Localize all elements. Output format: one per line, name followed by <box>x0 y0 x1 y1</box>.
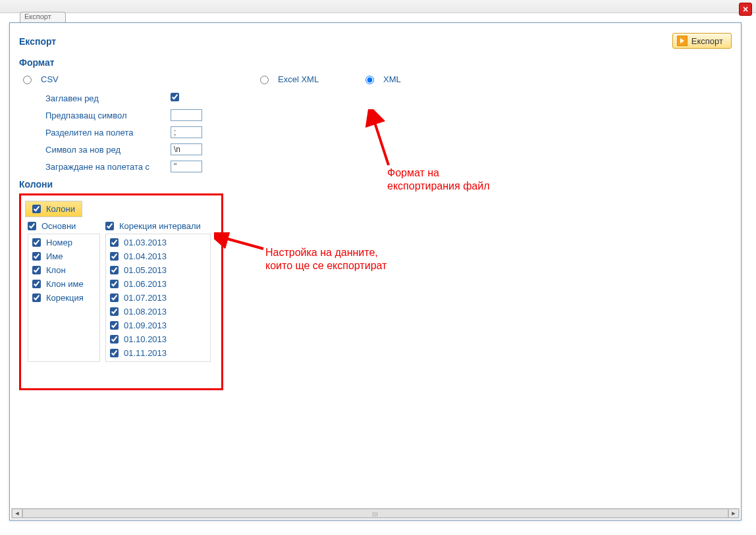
column-lists: Номер Име Клон Клон име Корекция 01.03.2… <box>28 234 215 362</box>
column-checkbox[interactable] <box>110 280 119 288</box>
group-intervals-checkbox[interactable] <box>105 222 114 230</box>
format-excel-option: Excel XML <box>256 72 362 87</box>
csv-opt-newline-input[interactable] <box>171 143 202 155</box>
column-checkbox[interactable] <box>32 280 41 288</box>
csv-opt-newline-label: Символ за нов ред <box>45 145 171 155</box>
format-section-title: Формат <box>19 57 732 68</box>
csv-opt-enclosure-input[interactable] <box>171 161 202 172</box>
column-checkbox[interactable] <box>32 266 41 274</box>
column-label: 01.10.2013 <box>124 334 167 344</box>
scroll-track[interactable]: ||| <box>22 509 728 518</box>
column-checkbox[interactable] <box>110 349 119 357</box>
svg-line-2 <box>218 236 263 249</box>
column-checkbox[interactable] <box>110 321 119 330</box>
csv-options-panel: Заглавен ред Предпазващ символ Разделите… <box>45 91 732 174</box>
list-item[interactable]: Клон <box>32 263 95 277</box>
radio-xml-label[interactable]: XML <box>383 74 401 84</box>
radio-csv-label[interactable]: CSV <box>41 74 59 84</box>
column-checkbox[interactable] <box>32 252 41 261</box>
column-checkbox[interactable] <box>110 252 119 261</box>
columns-config-box: Колони Основни Корекция интервали Номер … <box>19 193 223 390</box>
group-basic-checkbox[interactable] <box>28 222 36 230</box>
tab-columns-checkbox[interactable] <box>32 205 41 213</box>
tab-export-background[interactable]: Експорт <box>20 12 66 22</box>
radio-excel-xml-label[interactable]: Excel XML <box>278 74 319 84</box>
radio-csv[interactable] <box>23 76 32 84</box>
list-item[interactable]: 01.08.2013 <box>110 305 206 318</box>
csv-opt-newline-row: Символ за нов ред <box>45 142 732 157</box>
column-checkbox[interactable] <box>32 238 41 247</box>
list-item[interactable]: Клон име <box>32 277 95 291</box>
column-group-headers: Основни Корекция интервали <box>28 221 215 231</box>
list-item[interactable]: 01.10.2013 <box>110 332 206 346</box>
intervals-columns-list: 01.03.2013 01.04.2013 01.05.2013 01.06.2… <box>105 234 211 362</box>
scroll-right-icon[interactable]: ► <box>728 509 739 518</box>
scroll-grip-icon: ||| <box>372 511 378 517</box>
dialog-content: Експорт Експорт Формат CSV Excel XML <box>10 23 741 508</box>
tab-label: Експорт <box>24 13 51 20</box>
column-label: Клон име <box>46 279 84 289</box>
export-dialog: Експорт Експорт Формат CSV Excel XML <box>9 22 742 521</box>
column-label: Клон <box>46 265 66 275</box>
column-checkbox[interactable] <box>110 307 119 316</box>
close-icon[interactable]: × <box>739 3 752 16</box>
csv-opt-header-row: Заглавен ред <box>45 91 732 105</box>
annotation-columns-text: Настройка на данните, които ще се експор… <box>265 246 387 272</box>
column-label: 01.06.2013 <box>124 279 167 289</box>
column-label: 01.09.2013 <box>124 320 167 330</box>
list-item[interactable]: 01.11.2013 <box>110 346 206 360</box>
csv-opt-escape-input[interactable] <box>171 109 202 121</box>
columns-section-title: Колони <box>19 179 732 190</box>
close-glyph: × <box>743 4 748 14</box>
csv-opt-enclosure-label: Заграждане на полетата с <box>45 162 171 172</box>
scroll-left-icon[interactable]: ◄ <box>12 509 22 518</box>
format-xml-option: XML <box>362 72 467 87</box>
page-title: Експорт <box>19 36 56 47</box>
export-button-label: Експорт <box>691 36 723 46</box>
list-item[interactable]: 01.05.2013 <box>110 263 206 277</box>
group-intervals-header[interactable]: Корекция интервали <box>105 221 201 231</box>
column-checkbox[interactable] <box>32 293 41 302</box>
tab-columns[interactable]: Колони <box>25 201 82 217</box>
format-options: CSV Excel XML XML <box>19 72 732 87</box>
dialog-header: Експорт Експорт <box>19 31 732 51</box>
csv-opt-enclosure-row: Заграждане на полетата с <box>45 159 732 174</box>
list-item[interactable]: Номер <box>32 236 95 249</box>
export-arrow-icon <box>677 36 688 46</box>
columns-tabbar: Колони <box>25 201 217 217</box>
export-button[interactable]: Експорт <box>672 33 732 49</box>
horizontal-scrollbar[interactable]: ◄ ||| ► <box>11 508 740 519</box>
radio-xml[interactable] <box>365 76 374 84</box>
basic-columns-list: Номер Име Клон Клон име Корекция <box>28 234 100 362</box>
csv-opt-escape-label: Предпазващ символ <box>45 111 171 120</box>
column-checkbox[interactable] <box>110 335 119 344</box>
column-checkbox[interactable] <box>110 266 119 274</box>
scroll-thumb[interactable]: ||| <box>22 509 728 518</box>
list-item[interactable]: 01.06.2013 <box>110 277 206 291</box>
csv-opt-sep-input[interactable] <box>171 126 202 138</box>
column-label: 01.08.2013 <box>124 307 167 317</box>
column-label: 01.03.2013 <box>124 238 167 247</box>
column-label: Име <box>46 251 63 261</box>
column-label: 01.07.2013 <box>124 293 167 303</box>
list-item[interactable]: 01.03.2013 <box>110 236 206 249</box>
column-label: 01.04.2013 <box>124 251 167 261</box>
group-basic-header[interactable]: Основни <box>28 221 100 231</box>
list-item[interactable]: 01.07.2013 <box>110 291 206 305</box>
column-checkbox[interactable] <box>110 293 119 302</box>
list-item[interactable]: 01.04.2013 <box>110 249 206 263</box>
column-label: Номер <box>46 238 72 247</box>
column-label: 01.05.2013 <box>124 265 167 275</box>
list-item[interactable]: Корекция <box>32 291 95 305</box>
csv-opt-sep-label: Разделител на полета <box>45 128 171 138</box>
column-checkbox[interactable] <box>110 238 119 247</box>
tab-columns-label: Колони <box>46 204 75 214</box>
group-intervals-label: Корекция интервали <box>119 221 201 231</box>
format-csv-option: CSV <box>19 72 256 87</box>
column-label: 01.11.2013 <box>124 348 167 358</box>
group-basic-label: Основни <box>41 221 76 231</box>
csv-opt-header-checkbox[interactable] <box>171 93 179 101</box>
radio-excel-xml[interactable] <box>260 76 269 84</box>
list-item[interactable]: Име <box>32 249 95 263</box>
list-item[interactable]: 01.09.2013 <box>110 318 206 332</box>
